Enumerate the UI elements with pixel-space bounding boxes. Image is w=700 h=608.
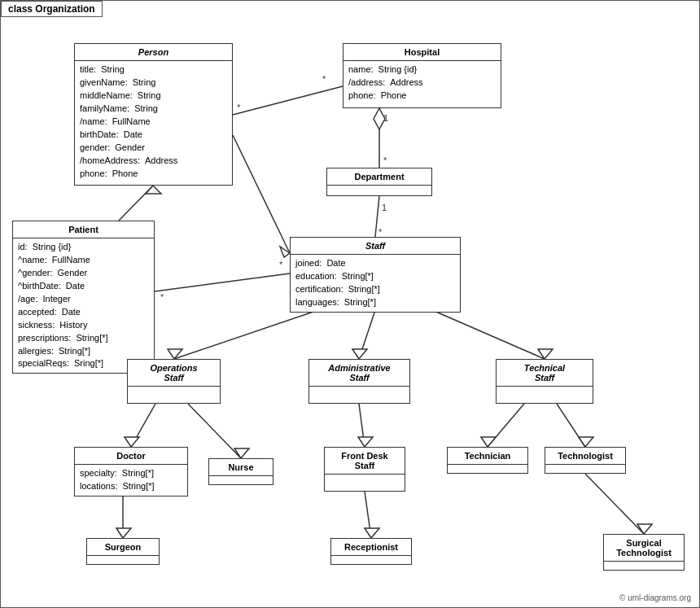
attr-type: Phone (381, 90, 407, 103)
attr-row: ^birthDate:Date (18, 280, 149, 293)
uml-class-surgical_technologist: SurgicalTechnologist (603, 534, 685, 571)
attr-row: certification:String[*] (295, 283, 455, 296)
svg-text:*: * (378, 227, 383, 237)
class-header-technologist: Technologist (545, 448, 625, 465)
attr-type: String {id} (378, 63, 418, 77)
class-header-surgeon: Surgeon (87, 539, 159, 556)
class-body-person: title:StringgivenName:StringmiddleName:S… (75, 61, 232, 182)
attr-row: phone:Phone (348, 90, 496, 103)
uml-class-administrative_staff: AdministrativeStaff (308, 359, 410, 404)
attr-type: String[*] (76, 332, 107, 345)
attr-row: phone:Phone (80, 168, 227, 181)
attr-name: id: (18, 241, 28, 254)
svg-line-35 (365, 492, 371, 538)
attr-type: String {id} (33, 241, 72, 254)
class-header-technical_staff: TechnicalStaff (497, 360, 593, 387)
attr-name: specialty: (80, 467, 117, 480)
svg-line-23 (131, 404, 155, 447)
attr-name: ^gender: (18, 267, 52, 280)
class-header-receptionist: Receptionist (331, 539, 411, 556)
svg-marker-4 (374, 108, 385, 129)
uml-class-staff: Staffjoined:Dateeducation:String[*]certi… (290, 237, 461, 313)
svg-marker-30 (481, 437, 496, 447)
class-header-technician: Technician (448, 448, 527, 465)
svg-marker-13 (280, 247, 290, 257)
class-body-staff: joined:Dateeducation:String[*]certificat… (291, 255, 460, 312)
attr-row: /name:FullName (80, 116, 227, 129)
attr-row: middleName:String (80, 90, 227, 103)
uml-class-department: Department (326, 168, 432, 196)
copyright: © uml-diagrams.org (619, 593, 691, 602)
attr-type: String (101, 63, 125, 77)
svg-marker-24 (125, 437, 139, 447)
class-header-front_desk_staff: Front DeskStaff (325, 448, 405, 475)
svg-line-37 (585, 474, 644, 534)
attr-type: FullName (112, 116, 151, 129)
attr-row: name:String {id} (348, 63, 496, 77)
attr-row: accepted:Date (18, 306, 149, 319)
svg-marker-26 (234, 448, 249, 458)
class-header-staff: Staff (291, 238, 460, 255)
class-header-hospital: Hospital (343, 44, 501, 61)
attr-row: givenName:String (80, 77, 227, 90)
uml-class-doctor: Doctorspecialty:String[*]locations:Strin… (74, 447, 188, 496)
attr-row: education:String[*] (295, 270, 455, 283)
attr-type: Address (390, 77, 422, 90)
attr-type: FullName (52, 254, 90, 267)
svg-text:1: 1 (382, 203, 387, 212)
class-header-administrative_staff: AdministrativeStaff (309, 360, 409, 387)
attr-name: accepted: (18, 306, 57, 319)
attr-name: prescriptions: (18, 332, 71, 345)
svg-line-0 (233, 86, 343, 115)
svg-line-27 (359, 404, 365, 447)
attr-type: Date (62, 306, 81, 319)
uml-class-hospital: Hospitalname:String {id}/address:Address… (343, 43, 501, 108)
svg-text:*: * (237, 103, 241, 112)
attr-name: joined: (295, 257, 322, 270)
attr-name: sickness: (18, 319, 55, 332)
attr-row: languages:String[*] (295, 296, 455, 309)
attr-type: Date (326, 257, 345, 270)
attr-name: certification: (295, 283, 343, 296)
attr-row: id:String {id} (18, 241, 149, 254)
attr-name: education: (295, 270, 337, 283)
svg-text:1: 1 (383, 113, 388, 123)
attr-name: ^birthDate: (18, 280, 61, 293)
attr-name: /age: (18, 293, 37, 306)
attr-name: locations: (80, 480, 117, 493)
uml-class-technical_staff: TechnicalStaff (496, 359, 593, 404)
attr-row: /homeAddress:Address (80, 155, 227, 168)
attr-type: Gender (57, 267, 87, 280)
attr-type: String[*] (344, 296, 376, 309)
attr-type: String[*] (122, 480, 154, 493)
svg-marker-32 (579, 437, 593, 447)
attr-row: title:String (80, 63, 227, 77)
attr-name: languages: (295, 296, 339, 309)
class-body-doctor: specialty:String[*]locations:String[*] (75, 465, 187, 496)
svg-marker-28 (358, 437, 373, 447)
attr-name: /address: (348, 77, 385, 90)
class-header-department: Department (327, 168, 431, 186)
attr-row: birthDate:Date (80, 129, 227, 142)
attr-name: /name: (80, 116, 107, 129)
uml-class-surgeon: Surgeon (86, 538, 160, 565)
attr-name: familyName: (80, 103, 129, 116)
svg-marker-22 (538, 349, 553, 359)
svg-line-17 (174, 310, 318, 359)
svg-line-12 (233, 135, 290, 253)
attr-name: ^name: (18, 254, 47, 267)
uml-class-front_desk_staff: Front DeskStaff (324, 447, 405, 492)
attr-row: ^gender:Gender (18, 267, 149, 280)
attr-row: familyName:String (80, 103, 227, 116)
class-header-doctor: Doctor (75, 448, 187, 465)
attr-row: gender:Gender (80, 142, 227, 155)
svg-marker-11 (146, 186, 161, 194)
uml-class-technologist: Technologist (545, 447, 626, 474)
svg-text:*: * (279, 260, 283, 269)
attr-type: String (138, 90, 161, 103)
svg-line-29 (488, 404, 524, 447)
uml-class-technician: Technician (447, 447, 528, 474)
svg-text:*: * (383, 155, 387, 165)
attr-type: Address (145, 155, 177, 168)
uml-class-patient: Patientid:String {id}^name:FullName^gend… (12, 221, 155, 374)
